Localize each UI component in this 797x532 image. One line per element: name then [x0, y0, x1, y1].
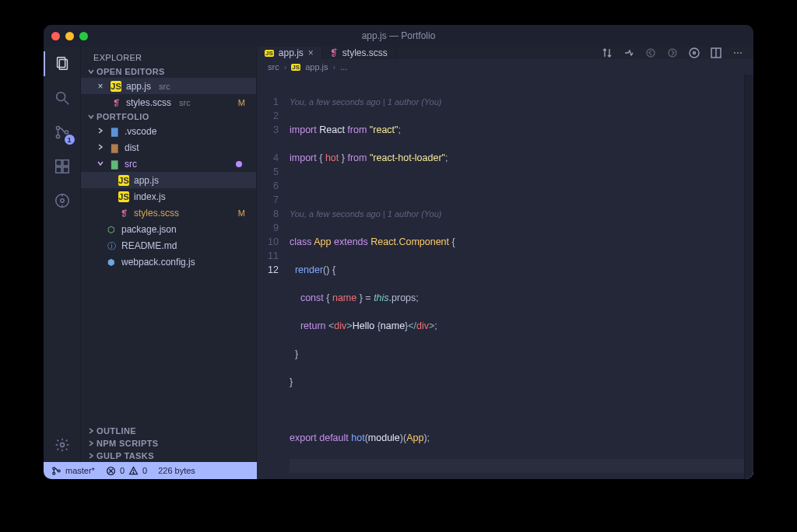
file-name: README.md — [121, 239, 177, 253]
svg-point-16 — [690, 48, 699, 58]
chevron-right-icon: › — [284, 62, 287, 72]
section-open-editors[interactable]: OPEN EDITORS — [81, 65, 256, 78]
code-content[interactable]: You, a few seconds ago | 1 author (You) … — [286, 75, 744, 479]
settings-gear[interactable] — [44, 428, 81, 462]
git-status: M — [238, 206, 245, 220]
svg-point-5 — [56, 135, 59, 138]
svg-line-3 — [64, 100, 68, 105]
open-editor-styles-scss[interactable]: × ❡ styles.scss src M — [81, 94, 256, 110]
file-hint: src — [179, 96, 191, 110]
scm-badge: 1 — [65, 135, 75, 145]
file-name: styles.scss — [134, 206, 179, 220]
prev-change-icon[interactable] — [644, 47, 657, 59]
status-branch[interactable]: master* — [51, 466, 95, 476]
file-app-js[interactable]: JS app.js — [81, 172, 256, 188]
svg-point-20 — [53, 467, 55, 469]
chevron-right-icon — [86, 427, 97, 435]
scss-file-icon: ❡ — [111, 97, 121, 108]
file-name: package.json — [121, 222, 177, 236]
next-change-icon[interactable] — [666, 47, 679, 59]
svg-rect-0 — [57, 58, 65, 68]
explorer-sidebar: EXPLORER OPEN EDITORS × JS app.js src × … — [81, 47, 257, 462]
tab-bar: JS app.js × ❡ styles.scss ⋯ — [257, 47, 753, 59]
status-problems[interactable]: 0 0 — [106, 466, 147, 476]
breadcrumb-segment[interactable]: app.js — [305, 62, 328, 72]
svg-point-4 — [56, 126, 59, 129]
status-text: master* — [65, 466, 95, 475]
open-editor-app-js[interactable]: × JS app.js src — [81, 78, 256, 94]
npm-icon: ⬡ — [106, 224, 117, 235]
file-name: app.js — [134, 173, 159, 187]
chevron-down-icon — [86, 68, 97, 75]
compare-changes-icon[interactable] — [601, 47, 613, 59]
svg-point-27 — [133, 472, 134, 473]
code-editor[interactable]: 1 2 3 4 5 6 7 8 9 10 11 12 You, a few se… — [257, 75, 753, 479]
svg-point-2 — [56, 93, 65, 101]
svg-point-12 — [60, 199, 63, 202]
codelens[interactable]: You, a few seconds ago | 1 author (You) — [290, 95, 744, 109]
section-outline[interactable]: OUTLINE — [81, 425, 256, 437]
breadcrumb[interactable]: src › JS app.js › ... — [257, 59, 753, 75]
status-text: 226 bytes — [158, 466, 195, 475]
status-filesize[interactable]: 226 bytes — [158, 466, 195, 475]
file-hint: src — [159, 79, 170, 93]
svg-point-6 — [65, 131, 68, 134]
editor-group: JS app.js × ❡ styles.scss ⋯ — [257, 47, 753, 462]
cursor-line — [290, 459, 744, 473]
tab-label: styles.scss — [342, 47, 388, 58]
folder-vscode[interactable]: ▇ .vscode — [81, 123, 256, 139]
close-icon[interactable]: × — [95, 79, 106, 93]
file-name: webpack.config.js — [121, 255, 195, 269]
split-editor-icon[interactable] — [710, 47, 722, 59]
close-tab-icon[interactable]: × — [308, 47, 314, 58]
file-styles-scss[interactable]: ❡ styles.scss M — [81, 205, 256, 221]
breadcrumb-segment[interactable]: ... — [340, 62, 347, 72]
chevron-right-icon — [86, 452, 97, 460]
activity-source-control[interactable]: 1 — [51, 121, 73, 143]
activity-extensions[interactable] — [51, 156, 73, 177]
sidebar-title: EXPLORER — [81, 47, 256, 65]
folder-icon: ▇ — [109, 142, 120, 153]
minimap[interactable] — [744, 75, 753, 479]
toggle-file-blame-icon[interactable] — [688, 47, 700, 59]
breadcrumb-segment[interactable]: src — [268, 62, 279, 72]
activity-search[interactable] — [51, 87, 73, 109]
section-gulp-tasks[interactable]: GULP TASKS — [81, 450, 256, 462]
section-label: OUTLINE — [97, 426, 136, 436]
file-package-json[interactable]: ⬡ package.json — [81, 221, 256, 237]
chevron-right-icon: › — [333, 62, 336, 72]
file-index-js[interactable]: JS index.js — [81, 188, 256, 205]
editor-window: app.js — Portfolio 1 — [44, 25, 753, 479]
section-label: GULP TASKS — [97, 451, 154, 460]
activity-explorer[interactable] — [51, 53, 73, 75]
line-number-gutter: 1 2 3 4 5 6 7 8 9 10 11 12 — [257, 75, 286, 479]
section-project[interactable]: PORTFOLIO — [81, 110, 256, 123]
open-changes-icon[interactable] — [623, 47, 635, 59]
activity-gitlens[interactable] — [51, 190, 73, 212]
svg-rect-10 — [62, 160, 68, 166]
svg-point-17 — [693, 52, 696, 54]
tab-app-js[interactable]: JS app.js × — [257, 47, 322, 59]
status-text: 0 — [120, 466, 125, 475]
svg-point-14 — [647, 49, 655, 57]
folder-name: .vscode — [125, 124, 156, 138]
svg-rect-7 — [55, 160, 61, 166]
tab-label: app.js — [279, 47, 304, 58]
status-text: 0 — [142, 466, 147, 475]
folder-open-icon: ▇ — [109, 159, 120, 170]
folder-dist[interactable]: ▇ dist — [81, 139, 256, 156]
file-readme-md[interactable]: ⓘ README.md — [81, 237, 256, 254]
tab-styles-scss[interactable]: ❡ styles.scss — [322, 47, 396, 59]
info-icon: ⓘ — [106, 240, 117, 251]
window-title: app.js — Portfolio — [44, 30, 753, 41]
codelens[interactable]: You, a few seconds ago | 1 author (You) — [290, 207, 744, 221]
section-npm-scripts[interactable]: NPM SCRIPTS — [81, 437, 256, 450]
more-actions-icon[interactable]: ⋯ — [732, 47, 744, 59]
folder-src[interactable]: ▇ src — [81, 156, 256, 172]
scss-file-icon: ❡ — [330, 47, 338, 58]
svg-rect-9 — [62, 167, 68, 173]
file-webpack-config-js[interactable]: ⬢ webpack.config.js — [81, 254, 256, 270]
editor-actions: ⋯ — [592, 47, 753, 59]
js-file-icon: JS — [111, 81, 121, 92]
scss-file-icon: ❡ — [118, 208, 129, 219]
